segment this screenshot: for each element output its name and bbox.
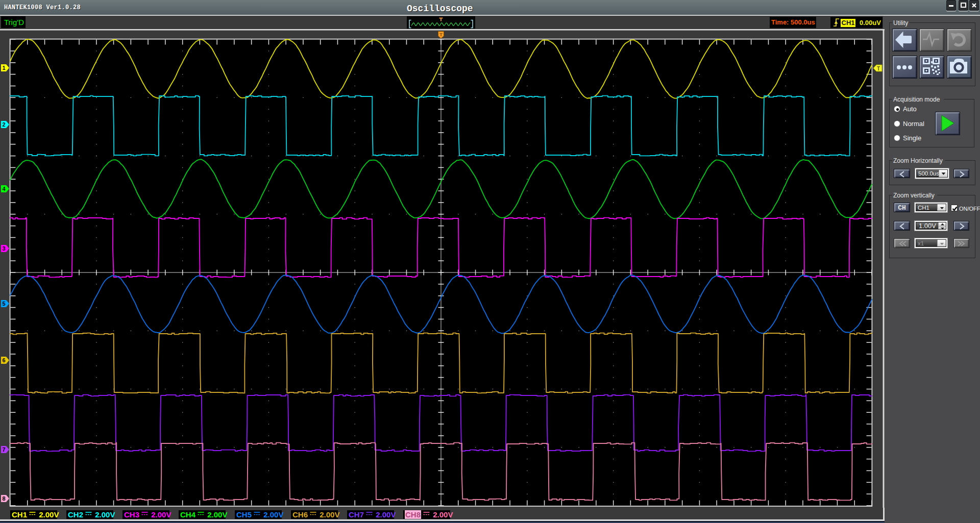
svg-text:T: T bbox=[877, 66, 880, 71]
svg-text:8: 8 bbox=[2, 495, 5, 502]
svg-text:T: T bbox=[439, 32, 443, 37]
svg-text:4: 4 bbox=[2, 186, 6, 192]
svg-text:7: 7 bbox=[2, 446, 5, 453]
svg-text:5: 5 bbox=[2, 301, 5, 307]
svg-text:6: 6 bbox=[2, 357, 5, 363]
svg-text:1: 1 bbox=[2, 65, 5, 71]
svg-text:3: 3 bbox=[2, 245, 5, 252]
svg-text:2: 2 bbox=[2, 121, 5, 128]
